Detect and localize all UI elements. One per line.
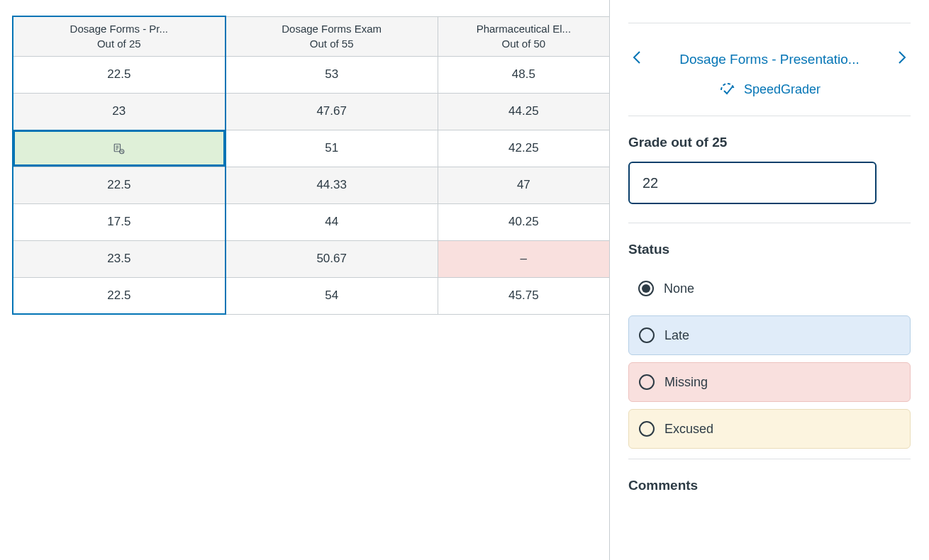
grade-cell-missing[interactable]: – <box>438 240 609 277</box>
grade-cell[interactable]: 22.5 <box>13 167 226 203</box>
svg-line-6 <box>122 151 123 152</box>
grade-cell[interactable]: 48.5 <box>438 56 609 93</box>
grade-cell[interactable]: 47.67 <box>226 93 438 130</box>
table-row: 17.5 44 40.25 <box>13 203 609 240</box>
col-header-pharm-el[interactable]: Pharmaceutical El... Out of 50 <box>438 16 609 56</box>
grade-cell[interactable]: 54 <box>226 277 438 314</box>
status-heading: Status <box>628 242 911 257</box>
col-title: Pharmaceutical El... <box>438 23 609 35</box>
col-header-dosage-pr[interactable]: Dosage Forms - Pr... Out of 25 <box>13 16 226 56</box>
status-label: Late <box>664 328 689 343</box>
table-row: 23.5 50.67 – <box>13 240 609 277</box>
rubric-icon <box>113 142 126 155</box>
divider <box>628 23 911 23</box>
grade-cell[interactable]: 42.25 <box>438 130 609 167</box>
grade-cell[interactable]: 51 <box>226 130 438 167</box>
chevron-right-icon <box>896 50 908 65</box>
grade-cell[interactable]: 44.25 <box>438 93 609 130</box>
comments-heading: Comments <box>628 478 911 493</box>
status-option-late[interactable]: Late <box>628 315 911 355</box>
grade-label: Grade out of 25 <box>628 135 911 150</box>
table-row: 22.5 53 48.5 <box>13 56 609 93</box>
table-row: 22.5 44.33 47 <box>13 167 609 203</box>
grade-cell[interactable]: 44 <box>226 203 438 240</box>
speedgrader-label: SpeedGrader <box>744 82 820 97</box>
status-option-missing[interactable]: Missing <box>628 362 911 402</box>
grade-cell[interactable]: 22.5 <box>13 277 226 314</box>
table-row: 23 47.67 44.25 <box>13 93 609 130</box>
radio-icon <box>639 327 655 343</box>
divider <box>628 223 911 223</box>
speedgrader-link[interactable]: SpeedGrader <box>628 74 911 116</box>
status-label: Missing <box>664 375 708 390</box>
grade-cell[interactable]: 40.25 <box>438 203 609 240</box>
radio-icon <box>639 374 655 390</box>
divider <box>628 459 911 459</box>
grade-cell[interactable]: 23 <box>13 93 226 130</box>
status-options: None Late Missing Excused <box>628 269 911 449</box>
status-label: None <box>664 281 694 296</box>
next-assignment-button[interactable] <box>894 50 911 69</box>
grade-cell[interactable]: 17.5 <box>13 203 226 240</box>
col-header-dosage-exam[interactable]: Dosage Forms Exam Out of 55 <box>226 16 438 56</box>
status-option-excused[interactable]: Excused <box>628 409 911 449</box>
grade-table: Dosage Forms - Pr... Out of 25 Dosage Fo… <box>12 16 609 315</box>
grade-cell[interactable]: 47 <box>438 167 609 203</box>
grade-input[interactable] <box>628 162 877 204</box>
status-option-none[interactable]: None <box>628 269 911 308</box>
gradebook-table-area: Dosage Forms - Pr... Out of 25 Dosage Fo… <box>0 0 610 560</box>
chevron-left-icon <box>631 50 642 65</box>
divider <box>628 116 911 116</box>
col-title: Dosage Forms Exam <box>226 23 438 35</box>
speedgrader-icon <box>718 80 737 99</box>
grade-cell[interactable]: 50.67 <box>226 240 438 277</box>
grade-cell-selected[interactable] <box>13 130 226 167</box>
col-sub: Out of 55 <box>226 38 438 50</box>
grade-cell[interactable]: 22.5 <box>13 56 226 93</box>
grade-cell[interactable]: 53 <box>226 56 438 93</box>
status-label: Excused <box>664 422 713 437</box>
radio-selected-icon <box>638 281 654 296</box>
table-row: 22.5 54 45.75 <box>13 277 609 314</box>
grade-detail-tray: Dosage Forms - Presentatio... SpeedGrade… <box>610 0 929 560</box>
grade-cell[interactable]: 44.33 <box>226 167 438 203</box>
grade-cell[interactable]: 23.5 <box>13 240 226 277</box>
col-sub: Out of 25 <box>13 38 225 50</box>
assignment-nav-title[interactable]: Dosage Forms - Presentatio... <box>645 52 894 67</box>
col-sub: Out of 50 <box>438 38 609 50</box>
radio-icon <box>639 421 655 437</box>
table-row: 51 42.25 <box>13 130 609 167</box>
assignment-nav: Dosage Forms - Presentatio... <box>628 33 911 74</box>
prev-assignment-button[interactable] <box>628 50 645 69</box>
col-title: Dosage Forms - Pr... <box>13 23 225 35</box>
grade-cell[interactable]: 45.75 <box>438 277 609 314</box>
